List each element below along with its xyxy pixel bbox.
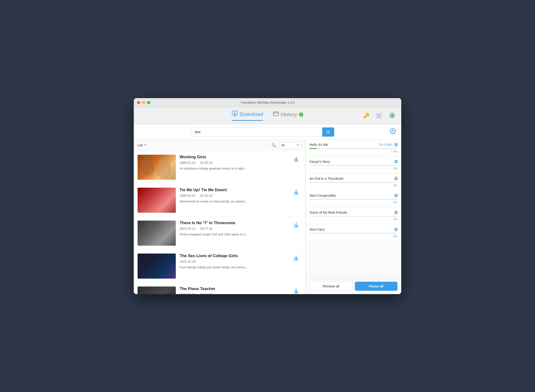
search-input[interactable]: [191, 127, 322, 137]
movie-title-4: The Sex Lives of College Girls: [180, 254, 287, 258]
filter-select[interactable]: All Movies TV Shows: [279, 142, 301, 148]
history-badge: 1: [299, 112, 303, 117]
pause-button-4[interactable]: [395, 194, 397, 197]
titlebar: TunesBank HBOMax Downloader 2.2.0: [134, 98, 401, 107]
progress-bar-container-6: [310, 233, 397, 234]
movie-thumbnail-2: [138, 188, 176, 213]
download-item-name-3: An Owl in a Thornbush: [310, 177, 343, 180]
movie-title-1: Working Girls: [180, 155, 287, 159]
movie-title-2: Tie Me Up! Tie Me Down!: [180, 188, 287, 192]
movie-duration-1: 01:33:13: [200, 161, 213, 164]
refresh-button[interactable]: ↻: [389, 127, 396, 136]
pause-button-1[interactable]: [395, 143, 397, 146]
remove-all-button[interactable]: Remove all: [310, 282, 353, 291]
toolbar-actions: 🔑 🛒 ⚙️: [362, 111, 396, 120]
right-panel: Hello It's Me 16.4 KB/s 7.8%: [306, 140, 401, 294]
movie-meta-4: 2021-11-18: [180, 260, 287, 263]
traffic-lights: [137, 101, 150, 104]
close-button[interactable]: [137, 101, 140, 104]
movie-duration-5: 02:11:00: [200, 293, 213, 294]
movie-date-1: 1986-01-01: [180, 161, 196, 164]
download-item-name-4: Miss Congeniality: [310, 194, 336, 197]
content-area: List ▼ 🔍 All Movies TV Shows: [134, 140, 401, 294]
download-item-6: Nice Face 0%: [306, 225, 401, 241]
history-nav-label: History: [281, 111, 297, 118]
movie-desc-2: Determined to create an ideal family, an…: [180, 199, 287, 204]
download-item-header-5: Some of My Best Friends: [310, 211, 397, 214]
movie-meta-2: 1990-01-01 01:41:10: [180, 194, 287, 197]
movie-date-4: 2021-11-18: [180, 260, 196, 263]
download-item-name-2: Kanye's Story: [310, 160, 330, 164]
download-list: Hello It's Me 16.4 KB/s 7.8%: [306, 140, 401, 278]
download-item-header-3: An Owl in a Thornbush: [310, 177, 397, 180]
list-sort-icon[interactable]: ▼: [144, 143, 147, 147]
download-item-name-6: Nice Face: [310, 228, 325, 231]
app-window: TunesBank HBOMax Downloader 2.2.0 Downlo…: [134, 98, 401, 294]
download-button-3[interactable]: [291, 221, 301, 229]
download-button-4[interactable]: [291, 254, 301, 262]
download-item-name-5: Some of My Best Friends: [310, 211, 347, 214]
list-item: Tie Me Up! Tie Me Down! 1990-01-01 01:41…: [134, 184, 305, 217]
progress-bar-1: [310, 148, 316, 149]
settings-button[interactable]: ⚙️: [387, 111, 396, 120]
movie-thumbnail-1: [138, 155, 176, 180]
left-panel: List ▼ 🔍 All Movies TV Shows: [134, 140, 305, 294]
download-item-5: Some of My Best Friends 0%: [306, 208, 401, 224]
nav: Download History 1: [232, 111, 303, 121]
movie-thumbnail-4: [138, 254, 176, 279]
filter-search-icon[interactable]: 🔍: [271, 143, 276, 148]
toolbar: Download History 1 🔑 🛒 ⚙️: [134, 107, 401, 124]
minimize-button[interactable]: [142, 101, 145, 104]
progress-text-3: 0%: [310, 184, 397, 187]
pause-button-5[interactable]: [395, 211, 397, 214]
download-item-name-1: Hello It's Me: [310, 143, 328, 147]
list-filters: 🔍 All Movies TV Shows: [271, 142, 301, 148]
search-button[interactable]: [322, 127, 334, 137]
movie-info-1: Working Girls 1986-01-01 01:33:13 An amb…: [180, 155, 287, 171]
download-button-5[interactable]: [291, 286, 301, 294]
download-item-header-2: Kanye's Story: [310, 160, 397, 164]
pause-all-button[interactable]: Pause all: [355, 282, 397, 291]
list-item: There Is No "I" in Threesome 2021-02-11 …: [134, 217, 305, 250]
movie-info-2: Tie Me Up! Tie Me Down! 1990-01-01 01:41…: [180, 188, 287, 204]
maximize-button[interactable]: [147, 101, 150, 104]
movie-info-3: There Is No "I" in Threesome 2021-02-11 …: [180, 221, 287, 237]
movie-desc-3: Newly engaged couple Zoe and Ollie agree…: [180, 232, 287, 237]
search-input-wrapper: [191, 127, 334, 137]
pause-button-6[interactable]: [395, 228, 397, 231]
download-nav-icon: [232, 111, 238, 118]
download-item-header-1: Hello It's Me 16.4 KB/s: [310, 143, 397, 147]
progress-text-6: 0%: [310, 235, 397, 238]
movie-meta-5: 2001-01-01 02:11:00: [180, 293, 287, 294]
pause-button-2[interactable]: [395, 160, 397, 163]
movie-duration-2: 01:41:10: [200, 194, 213, 197]
window-title: TunesBank HBOMax Downloader 2.2.0: [240, 101, 294, 104]
nav-download[interactable]: Download: [232, 111, 263, 121]
cart-button[interactable]: 🛒: [374, 111, 384, 120]
download-button-1[interactable]: [291, 155, 301, 163]
key-button[interactable]: 🔑: [362, 111, 371, 120]
download-item-4: Miss Congeniality 0%: [306, 191, 401, 207]
download-item-2: Kanye's Story 0%: [306, 157, 401, 173]
pause-button-3[interactable]: [395, 177, 397, 180]
svg-text:↻: ↻: [391, 129, 394, 133]
progress-bar-container-3: [310, 182, 397, 183]
nav-history[interactable]: History 1: [273, 111, 303, 120]
history-nav-icon: [273, 111, 279, 118]
download-item-1: Hello It's Me 16.4 KB/s 7.8%: [306, 140, 401, 156]
progress-bar-container-2: [310, 165, 397, 166]
download-item-header-4: Miss Congeniality: [310, 194, 397, 197]
download-item-3: An Owl in a Thornbush 0%: [306, 174, 401, 190]
list-label: List ▼: [138, 143, 147, 147]
movie-meta-3: 2021-02-11 01:27:10: [180, 227, 287, 230]
movie-desc-4: From Mindy Kaling and Justin Noble, this…: [180, 265, 287, 270]
download-nav-label: Download: [240, 111, 263, 117]
list-header: List ▼ 🔍 All Movies TV Shows: [134, 140, 305, 151]
download-button-2[interactable]: [291, 188, 301, 196]
movie-date-5: 2001-01-01: [180, 293, 196, 294]
progress-text-4: 0%: [310, 201, 397, 204]
movie-date-3: 2021-02-11: [180, 227, 196, 230]
download-item-header-6: Nice Face: [310, 228, 397, 231]
movie-duration-3: 01:27:10: [200, 227, 213, 230]
progress-bar-container-5: [310, 216, 397, 217]
